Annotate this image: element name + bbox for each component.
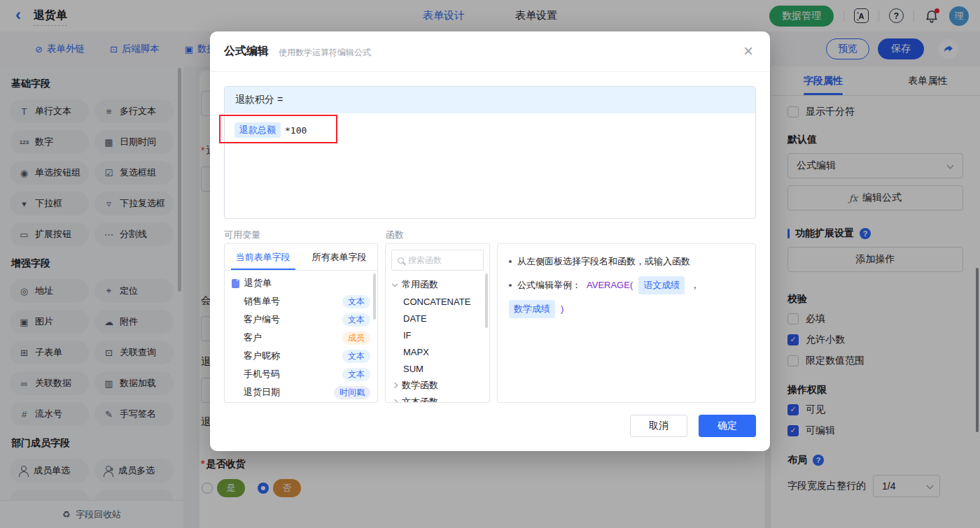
formula-target: 退款积分 = <box>225 87 755 113</box>
document-icon <box>232 279 239 288</box>
function-item-sum[interactable]: SUM <box>386 360 489 377</box>
type-badge: 文本 <box>342 350 370 363</box>
variables-tabs: 当前表单字段 所有表单字段 <box>225 244 377 271</box>
caret-down-icon <box>392 280 398 286</box>
variable-row[interactable]: 手机号码 文本 <box>232 365 370 383</box>
modal-subtitle: 使用数学运算符编辑公式 <box>279 47 371 59</box>
type-badge: 时间戳 <box>334 386 370 399</box>
function-group-math[interactable]: 数学函数 <box>386 377 489 394</box>
bullet <box>509 284 512 287</box>
group-label: 数学函数 <box>402 379 438 392</box>
type-badge: 成员 <box>342 331 370 345</box>
formula-editor: 退款积分 = 退款总额 *100 <box>224 86 756 219</box>
help-line-2: 公式编辑举例： AVERAGE( 语文成绩 ， 数学成绩 ) <box>509 276 744 318</box>
type-badge: 文本 <box>342 295 370 308</box>
separator: ， <box>690 278 699 293</box>
confirm-button[interactable]: 确定 <box>699 415 756 437</box>
functions-panel: 常用函数 CONCATENATE DATE IF MAPX SUM 数学函数 文… <box>385 243 490 403</box>
variable-chip[interactable]: 退款总额 <box>234 122 281 138</box>
type-badge: 文本 <box>342 368 370 381</box>
search-icon <box>398 257 404 264</box>
variables-tree: 退货单 销售单号 文本 客户编号 文本 客户 成员 客户昵称 文本 <box>225 271 377 401</box>
variable-row[interactable]: 客户 成员 <box>232 329 370 347</box>
functions-panel-label: 函数 <box>386 229 404 241</box>
function-item-date[interactable]: DATE <box>386 310 489 327</box>
variable-name: 客户昵称 <box>244 350 280 362</box>
caret-right-icon <box>392 399 398 403</box>
variable-row[interactable]: 客户昵称 文本 <box>232 347 370 365</box>
function-group-text[interactable]: 文本函数 <box>386 394 489 403</box>
group-label: 文本函数 <box>402 396 438 403</box>
tab-all-form-fields[interactable]: 所有表单字段 <box>301 244 377 270</box>
variable-name: 退货日期 <box>244 386 280 399</box>
root-label: 退货单 <box>244 277 272 290</box>
variable-name: 手机号码 <box>244 368 280 380</box>
type-badge: 文本 <box>342 313 370 327</box>
variable-row[interactable]: 销售单号 文本 <box>232 292 370 311</box>
function-item-mapx[interactable]: MAPX <box>386 343 489 360</box>
formula-edit-modal: 公式编辑 使用数学运算符编辑公式 × 退款积分 = 退款总额 *100 可用变量… <box>210 31 770 451</box>
close-icon[interactable]: × <box>743 43 753 59</box>
help-panel: 从左侧面板选择字段名和函数，或输入函数 公式编辑举例： AVERAGE( 语文成… <box>497 243 756 403</box>
function-item-concatenate[interactable]: CONCATENATE <box>386 293 489 310</box>
example-chip: 语文成绩 <box>638 276 685 294</box>
tab-current-form-fields[interactable]: 当前表单字段 <box>225 244 301 270</box>
variable-name: 客户 <box>244 331 262 344</box>
function-search <box>391 250 484 271</box>
function-name: AVERAGE( <box>587 278 633 293</box>
modal-header: 公式编辑 使用数学运算符编辑公式 × <box>210 31 770 72</box>
cancel-button[interactable]: 取消 <box>630 415 687 437</box>
example-chip: 数学成绩 <box>509 300 555 318</box>
variables-scrollbar[interactable] <box>373 273 376 320</box>
variables-panel-label: 可用变量 <box>224 229 260 241</box>
help-text: 公式编辑举例： <box>517 278 581 293</box>
functions-scrollbar[interactable] <box>485 273 488 328</box>
function-group-common[interactable]: 常用函数 <box>386 276 489 293</box>
bullet <box>509 260 512 263</box>
function-close: ) <box>561 301 564 317</box>
variables-root-node[interactable]: 退货单 <box>232 274 370 292</box>
variable-row[interactable]: 客户编号 文本 <box>232 311 370 329</box>
group-label: 常用函数 <box>402 278 438 291</box>
variables-panel: 当前表单字段 所有表单字段 退货单 销售单号 文本 客户编号 文本 客户 <box>224 243 378 403</box>
formula-expression: *100 <box>285 125 307 136</box>
function-search-input[interactable] <box>408 255 477 265</box>
variable-name: 客户编号 <box>244 313 280 326</box>
help-line-1: 从左侧面板选择字段名和函数，或输入函数 <box>509 254 744 269</box>
caret-right-icon <box>392 383 398 388</box>
variable-row[interactable]: 退货日期 时间戳 <box>232 383 370 401</box>
formula-input-area[interactable]: 退款总额 *100 <box>225 113 755 147</box>
variable-name: 销售单号 <box>244 295 280 308</box>
help-text: 从左侧面板选择字段名和函数，或输入函数 <box>517 254 690 269</box>
modal-title: 公式编辑 <box>224 44 269 59</box>
form-designer-screen: ‹ 退货单 表单设计 表单设置 数据管理 A ? 理 ⊘ 表单外链 ⊡ 后端 <box>0 0 980 528</box>
function-item-if[interactable]: IF <box>386 327 489 343</box>
